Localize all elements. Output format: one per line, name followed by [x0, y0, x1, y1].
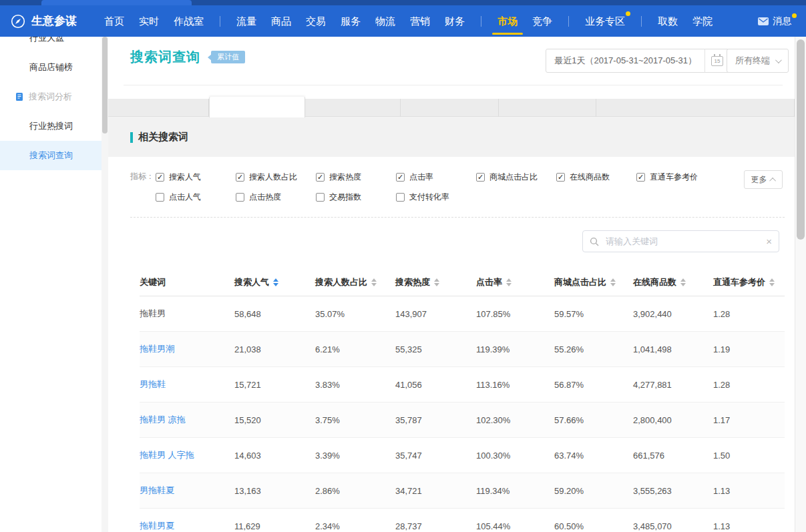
sort-down-icon: [680, 283, 686, 286]
checkbox-icon[interactable]: ✓: [236, 173, 244, 182]
nav-item-交易[interactable]: 交易: [306, 5, 326, 37]
value-cell: 35.07%: [315, 309, 395, 319]
nav-item-营销[interactable]: 营销: [410, 5, 430, 37]
value-cell: 63.74%: [554, 451, 633, 461]
filter-在线商品数[interactable]: ✓在线商品数: [556, 172, 636, 183]
keyword-cell[interactable]: 拖鞋男潮: [140, 343, 234, 355]
sidebar-scrollbar[interactable]: [102, 0, 108, 532]
checkbox-icon[interactable]: [396, 193, 405, 202]
brand[interactable]: 生意参谋: [11, 13, 77, 29]
checkbox-icon[interactable]: [236, 193, 244, 202]
keyword-cell[interactable]: 男拖鞋夏: [140, 485, 234, 497]
col-header-在线商品数[interactable]: 在线商品数: [633, 276, 713, 288]
value-cell: 59.57%: [554, 309, 633, 319]
messages-button[interactable]: 消息: [758, 15, 795, 27]
sidebar-item-商品店铺榜[interactable]: 商品店铺榜: [0, 53, 102, 82]
content-panel: 指标： ✓搜索人气✓搜索人数占比✓搜索热度✓点击率✓商城点击占比✓在线商品数✓直…: [108, 157, 795, 532]
nav-item-取数[interactable]: 取数: [658, 5, 678, 37]
tab-3[interactable]: [305, 99, 401, 117]
checkbox-icon[interactable]: ✓: [556, 173, 565, 182]
col-header-搜索热度[interactable]: 搜索热度: [395, 276, 476, 288]
sidebar-item-搜索词分析[interactable]: 搜索词分析: [0, 82, 102, 111]
more-button[interactable]: 更多: [744, 170, 783, 189]
checkbox-icon[interactable]: ✓: [316, 173, 325, 182]
search-input[interactable]: [604, 236, 761, 247]
nav-divider: [481, 16, 481, 27]
clear-icon[interactable]: ×: [766, 236, 772, 246]
keyword-cell[interactable]: 拖鞋男 凉拖: [140, 414, 234, 426]
checkbox-icon[interactable]: [156, 193, 164, 202]
filter-点击热度[interactable]: 点击热度: [236, 192, 316, 203]
col-header-点击率[interactable]: 点击率: [476, 276, 554, 288]
filter-支付转化率[interactable]: 支付转化率: [396, 192, 476, 203]
col-header-搜索人数占比[interactable]: 搜索人数占比: [315, 276, 395, 288]
table-row: 男拖鞋夏13,1632.86%34,721119.34%59.20%3,555,…: [140, 473, 785, 509]
nav-item-业务专区[interactable]: 业务专区: [585, 5, 625, 37]
sort-arrows-icon[interactable]: [610, 278, 616, 286]
nav-item-流量[interactable]: 流量: [236, 5, 256, 37]
sort-arrows-icon[interactable]: [273, 278, 278, 286]
chevron-down-icon: [775, 57, 782, 63]
nav-item-作战室[interactable]: 作战室: [174, 5, 204, 37]
browser-tab[interactable]: [41, 0, 192, 5]
sidebar-item-搜索词查询[interactable]: 搜索词查询: [0, 141, 102, 170]
checkbox-icon[interactable]: [316, 193, 325, 202]
value-cell: 2.34%: [315, 521, 395, 531]
nav-item-学院[interactable]: 学院: [692, 5, 713, 37]
page-scrollbar[interactable]: [795, 37, 806, 532]
page-scrollbar-thumb[interactable]: [797, 39, 805, 240]
tab-2[interactable]: [209, 97, 305, 117]
tab-1[interactable]: [108, 99, 209, 117]
keyword-cell[interactable]: 拖鞋男夏: [140, 520, 234, 532]
table-row: 拖鞋男夏11,6292.34%28,737105.44%60.50%3,485,…: [140, 509, 785, 532]
sidebar-item-行业热搜词[interactable]: 行业热搜词: [0, 111, 102, 141]
sort-arrows-icon[interactable]: [506, 278, 512, 286]
keyword-cell[interactable]: 男拖鞋: [140, 378, 234, 390]
checkbox-icon[interactable]: ✓: [396, 173, 405, 182]
filter-搜索热度[interactable]: ✓搜索热度: [316, 172, 396, 183]
tab-5[interactable]: [499, 99, 596, 117]
terminal-dropdown[interactable]: 所有终端: [727, 49, 789, 73]
tab-6[interactable]: [596, 99, 795, 117]
nav-item-市场[interactable]: 市场: [497, 5, 518, 37]
nav-item-商品[interactable]: 商品: [271, 5, 291, 37]
col-header-label: 搜索热度: [395, 276, 430, 288]
value-cell: 57.66%: [554, 415, 633, 425]
value-cell: 105.44%: [476, 521, 554, 531]
filter-直通车参考价[interactable]: ✓直通车参考价: [636, 172, 717, 183]
col-header-直通车参考价[interactable]: 直通车参考价: [713, 276, 785, 288]
sort-arrows-icon[interactable]: [434, 278, 439, 286]
col-header-搜索人气[interactable]: 搜索人气: [234, 276, 315, 288]
filter-交易指数[interactable]: 交易指数: [316, 192, 396, 203]
keyword-cell[interactable]: 拖鞋男 人字拖: [140, 449, 234, 461]
nav-item-首页[interactable]: 首页: [104, 5, 124, 37]
value-cell: 21,038: [234, 344, 315, 354]
filter-搜索人气[interactable]: ✓搜索人气: [156, 172, 236, 183]
sort-arrows-icon[interactable]: [680, 278, 686, 286]
sort-arrows-icon[interactable]: [769, 278, 775, 286]
sidebar-item-label: 搜索词查询: [29, 150, 73, 160]
col-header-商城点击占比[interactable]: 商城点击占比: [554, 276, 633, 288]
tab-4[interactable]: [401, 99, 499, 117]
nav-item-服务[interactable]: 服务: [341, 5, 361, 37]
sort-arrows-icon[interactable]: [371, 278, 377, 286]
sort-up-icon: [434, 278, 439, 282]
filter-点击人气[interactable]: 点击人气: [156, 192, 236, 203]
checkbox-icon[interactable]: ✓: [156, 173, 164, 182]
checkbox-icon[interactable]: ✓: [636, 173, 645, 182]
value-cell: 113.16%: [476, 380, 554, 390]
value-cell: 28,737: [395, 521, 476, 531]
nav-item-实时[interactable]: 实时: [139, 5, 159, 37]
nav-item-物流[interactable]: 物流: [375, 5, 395, 37]
table-row: 拖鞋男潮21,0386.21%55,325119.39%55.26%1,041,…: [140, 332, 785, 367]
checkbox-icon[interactable]: ✓: [476, 173, 485, 182]
date-range-picker[interactable]: 最近1天（2017-05-31~2017-05-31） 15: [546, 49, 730, 73]
nav-item-竞争[interactable]: 竞争: [532, 5, 552, 37]
calendar-icon[interactable]: 15: [711, 56, 723, 66]
filter-点击率[interactable]: ✓点击率: [396, 172, 476, 183]
filter-商城点击占比[interactable]: ✓商城点击占比: [476, 172, 556, 183]
filter-搜索人数占比[interactable]: ✓搜索人数占比: [236, 172, 316, 183]
sidebar-scrollbar-thumb[interactable]: [102, 37, 108, 134]
page-title: 搜索词查询 累计值: [130, 48, 245, 66]
nav-item-财务[interactable]: 财务: [445, 5, 465, 37]
